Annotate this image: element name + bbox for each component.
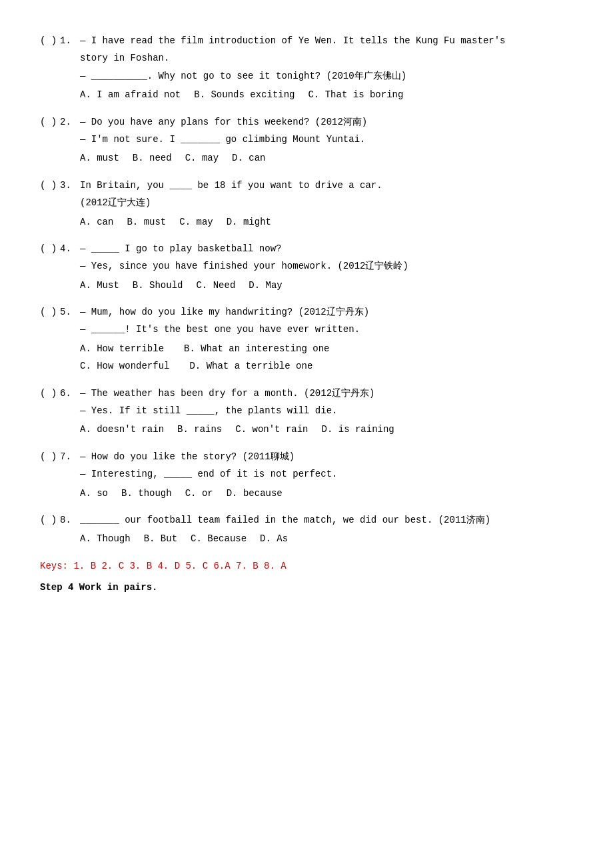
q8-optD: D. As	[260, 531, 288, 546]
q3-optD: D. might	[227, 215, 271, 229]
q7-options: A. so B. though C. or D. because	[80, 486, 573, 501]
q5-number: 5.	[60, 305, 80, 319]
q5-optD: D. What a terrible one	[189, 359, 312, 373]
question-7: ( ) 7. — How do you like the story? (201…	[40, 449, 573, 501]
q5-optB: B. What an interesting one	[184, 341, 329, 356]
q5-paren: ( )	[40, 305, 60, 319]
q8-line1: _______ our football team failed in the …	[80, 513, 573, 527]
q6-options: A. doesn't rain B. rains C. won't rain D…	[80, 422, 573, 437]
q4-optB: B. Should	[133, 278, 183, 293]
question-4: ( ) 4. — _____ I go to play basketball n…	[40, 241, 573, 293]
q2-optD: D. can	[232, 151, 265, 165]
step4-text: Step 4 Work in pairs.	[40, 580, 573, 595]
q2-line1: — Do you have any plans for this weekend…	[80, 115, 573, 129]
q1-optB: B. Sounds exciting	[194, 87, 295, 102]
q7-number: 7.	[60, 449, 80, 464]
q6-paren: ( )	[40, 386, 60, 401]
q8-optB: B. But	[144, 531, 177, 546]
q6-optA: A. doesn't rain	[80, 422, 164, 437]
q2-optB: B. need	[133, 151, 172, 165]
q5-line2: — ______! It's the best one you have eve…	[80, 322, 573, 337]
q4-options: A. Must B. Should C. Need D. May	[80, 278, 573, 293]
q8-options: A. Though B. But C. Because D. As	[80, 531, 573, 546]
q2-line2: — I'm not sure. I _______ go climbing Mo…	[80, 132, 573, 147]
q4-line1: — _____ I go to play basketball now?	[80, 241, 573, 256]
keys-label: Keys:	[40, 561, 68, 571]
q1-paren: ( )	[40, 33, 60, 48]
q5-optA: A. How terrible	[80, 341, 164, 356]
q6-optC: C. won't rain	[235, 422, 308, 437]
question-1: ( ) 1. — I have read the film introducti…	[40, 33, 573, 103]
q1-optC: C. That is boring	[308, 87, 404, 102]
q2-options: A. must B. need C. may D. can	[80, 151, 573, 165]
q6-line2: — Yes. If it still _____, the plants wil…	[80, 403, 573, 418]
q1-optA: A. I am afraid not	[80, 87, 181, 102]
q6-line1: — The weather has been dry for a month. …	[80, 386, 573, 401]
question-8: ( ) 8. _______ our football team failed …	[40, 513, 573, 547]
q5-line1: — Mum, how do you like my handwriting? (…	[80, 305, 573, 319]
q1-options: A. I am afraid not B. Sounds exciting C.…	[80, 87, 573, 102]
q3-optC: C. may	[179, 215, 213, 229]
q1-line2: story in Foshan.	[80, 51, 573, 65]
keys-answers: 1. B 2. C 3. B 4. D 5. C 6.A 7. B 8. A	[73, 561, 286, 571]
q2-optC: C. may	[185, 151, 219, 165]
q8-optC: C. Because	[191, 531, 247, 546]
q7-optA: A. so	[80, 486, 108, 501]
q7-optC: C. or	[185, 486, 213, 501]
q6-optD: D. is raining	[322, 422, 394, 437]
q3-options: A. can B. must C. may D. might	[80, 215, 573, 229]
q7-line1: — How do you like the story? (2011聊城)	[80, 449, 573, 464]
q6-optB: B. rains	[177, 422, 222, 437]
q1-line1: — I have read the film introduction of Y…	[80, 33, 573, 48]
q2-paren: ( )	[40, 115, 60, 129]
q4-number: 4.	[60, 241, 80, 256]
question-2: ( ) 2. — Do you have any plans for this …	[40, 115, 573, 166]
q3-line1: In Britain, you ____ be 18 if you want t…	[80, 178, 573, 193]
q4-optD: D. May	[249, 278, 282, 293]
q4-paren: ( )	[40, 241, 60, 256]
q6-number: 6.	[60, 386, 80, 401]
q3-number: 3.	[60, 178, 80, 193]
q7-optB: B. though	[121, 486, 172, 501]
q8-paren: ( )	[40, 513, 60, 527]
q2-optA: A. must	[80, 151, 119, 165]
q4-line2: — Yes, since you have finished your home…	[80, 259, 573, 273]
question-3: ( ) 3. In Britain, you ____ be 18 if you…	[40, 178, 573, 229]
q8-optA: A. Though	[80, 531, 131, 546]
q7-optD: D. because	[227, 486, 283, 501]
question-6: ( ) 6. — The weather has been dry for a …	[40, 386, 573, 437]
q5-options: A. How terrible B. What an interesting o…	[80, 341, 573, 374]
q3-line2: (2012辽宁大连)	[80, 195, 573, 210]
q3-optA: A. can	[80, 215, 113, 229]
q4-optC: C. Need	[196, 278, 235, 293]
keys-line: Keys: 1. B 2. C 3. B 4. D 5. C 6.A 7. B …	[40, 559, 573, 573]
q7-line2: — Interesting, _____ end of it is not pe…	[80, 467, 573, 481]
question-5: ( ) 5. — Mum, how do you like my handwri…	[40, 305, 573, 374]
q1-line3: — __________. Why not go to see it tonig…	[80, 69, 573, 83]
q7-paren: ( )	[40, 449, 60, 464]
q3-optB: B. must	[127, 215, 166, 229]
q8-number: 8.	[60, 513, 80, 527]
q2-number: 2.	[60, 115, 80, 129]
q4-optA: A. Must	[80, 278, 119, 293]
q3-paren: ( )	[40, 178, 60, 193]
q1-number: 1.	[60, 33, 80, 48]
q5-optC: C. How wonderful	[80, 359, 169, 373]
